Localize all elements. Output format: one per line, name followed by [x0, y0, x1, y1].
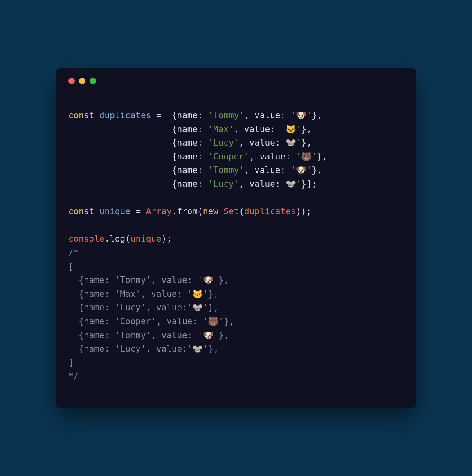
code-line-10: console.log(unique); [68, 234, 172, 244]
code-line-1: const duplicates = [{name: 'Tommy', valu… [68, 110, 322, 120]
code-block: const duplicates = [{name: 'Tommy', valu… [68, 109, 404, 384]
minimize-icon[interactable] [79, 78, 85, 84]
comment-line-6: {name: 'Cooper', value: '🐻'}, [68, 317, 234, 326]
code-line-3: {name: 'Lucy', value:'🐭'}, [68, 138, 312, 148]
comment-line-3: {name: 'Tommy', value: '🐶'}, [68, 275, 229, 285]
comment-line-8: {name: 'Lucy', value:'🐭'}, [68, 344, 218, 354]
comment-line-9: ] [68, 358, 74, 368]
comment-line-5: {name: 'Lucy', value:'🐭'}, [68, 303, 218, 312]
comment-line-7: {name: 'Tommy', value: '🐶'}, [68, 330, 229, 340]
code-line-2: {name: 'Max', value: '🐱'}, [68, 124, 312, 134]
code-line-8: const unique = Array.from(new Set(duplic… [68, 207, 311, 216]
code-line-6: {name: 'Lucy', value:'🐭'}]; [68, 179, 317, 189]
close-icon[interactable] [68, 78, 75, 84]
zoom-icon[interactable] [90, 78, 96, 84]
comment-line-4: {name: 'Max', value: '🐱'}, [68, 289, 218, 299]
comment-line-2: [ [68, 262, 74, 272]
code-window: const duplicates = [{name: 'Tommy', valu… [56, 68, 416, 408]
comment-line-10: */ [68, 371, 79, 381]
code-line-5: {name: 'Tommy', value: '🐶'}, [68, 165, 322, 175]
window-controls [68, 78, 404, 84]
comment-line-1: /* [68, 248, 79, 258]
code-line-4: {name: 'Cooper', value: '🐻'}, [68, 152, 327, 162]
